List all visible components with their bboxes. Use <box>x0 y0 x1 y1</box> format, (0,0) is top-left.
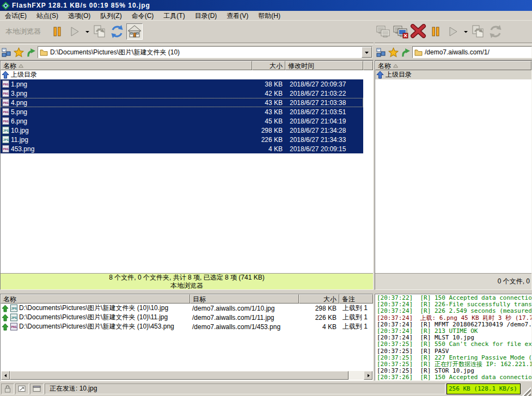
pause-button[interactable] <box>427 23 444 40</box>
parent-directory-row[interactable]: 上级目录 <box>1 70 373 79</box>
menu-item-1[interactable]: 站点(S) <box>32 11 63 21</box>
sort-asc-icon <box>393 64 398 68</box>
folder-up-icon <box>376 71 384 79</box>
local-status-summary: 8 个文件, 0 个文件夹, 共计 8 项, 已选定 8 项 (741 KB) <box>109 274 264 282</box>
resume-dropdown[interactable] <box>84 23 90 40</box>
scroll-left-button[interactable] <box>1 371 10 380</box>
local-tree-button[interactable] <box>0 46 13 59</box>
scroll-right-button[interactable] <box>364 371 372 380</box>
queue-column-size[interactable]: 大小 <box>299 294 339 304</box>
scrollbar-track[interactable] <box>348 371 364 380</box>
local-path-dropdown[interactable] <box>362 47 372 58</box>
file-row-453.png[interactable]: PNG453.png4 KB2018/6/27 20:09:15 <box>1 144 373 153</box>
svg-text:PNG: PNG <box>3 83 9 86</box>
file-png-icon: PNG <box>10 323 18 331</box>
remote-up-button[interactable] <box>400 46 412 59</box>
log-line: [20:37:24] [R] 213 UTIME OK <box>377 328 531 335</box>
remote-tree-button[interactable] <box>375 46 387 59</box>
refresh-button[interactable] <box>109 23 125 40</box>
column-header-name[interactable]: 名称 <box>1 61 252 70</box>
file-name: 4.png <box>11 99 27 107</box>
file-modified: 2018/6/27 20:09:15 <box>285 145 363 153</box>
file-modified: 2018/6/27 21:34:33 <box>285 136 363 144</box>
upload-arrow-icon <box>2 314 9 321</box>
local-up-button[interactable] <box>25 46 38 59</box>
svg-text:JPG: JPG <box>11 316 17 319</box>
local-address-row: D:\Documents\Pictures\图片\新建文件夹 (10) <box>0 45 374 60</box>
queue-source-path: D:\Documents\Pictures\图片\新建文件夹 (10)\453.… <box>19 322 174 331</box>
file-size: 38 KB <box>252 81 285 88</box>
menu-item-3[interactable]: 队列(Z) <box>95 11 126 21</box>
transfer-status-cell: 正在发送: 10.jpg <box>45 383 445 394</box>
column-header-size[interactable]: 大小 <box>252 61 285 70</box>
menu-item-5[interactable]: 工具(T) <box>158 11 189 21</box>
scrollbar-thumb[interactable] <box>10 371 348 380</box>
file-size: 43 KB <box>252 99 285 107</box>
file-row-10.jpg[interactable]: JPG10.jpg298 KB2018/6/27 21:34:28 <box>1 126 373 135</box>
window-status-cell <box>30 383 44 394</box>
remote-favorites-button[interactable] <box>387 46 400 59</box>
connect-button <box>375 23 392 40</box>
remote-list-header: 名称 <box>375 61 531 70</box>
file-row-3.png[interactable]: PNG3.png42 KB2018/6/27 21:03:22 <box>1 89 373 98</box>
log-line: [20:37:24] 上载: 6.png 45 KB 耗时 3 秒 (17.7 … <box>377 315 531 321</box>
menu-item-6[interactable]: 目录(D) <box>190 11 222 21</box>
column-header-name[interactable]: 名称 <box>375 61 531 70</box>
svg-text:JPG: JPG <box>3 129 9 132</box>
resume-dropdown[interactable] <box>462 23 469 40</box>
queue-horizontal-scrollbar[interactable] <box>1 371 372 380</box>
file-modified: 2018/6/27 20:09:37 <box>285 81 363 88</box>
queue-pane: 名称 目标 大小 备注 JPGD:\Documents\Pictures\图片\… <box>0 294 374 381</box>
remote-file-list: 上级目录 <box>375 70 531 79</box>
file-size: 43 KB <box>252 108 285 116</box>
queue-source-path: D:\Documents\Pictures\图片\新建文件夹 (10)\11.j… <box>19 313 168 322</box>
pause-button[interactable] <box>49 23 65 40</box>
sync-gray-icon <box>488 24 503 39</box>
menu-item-7[interactable]: 查看(V) <box>222 11 253 21</box>
menu-item-8[interactable]: 帮助(H) <box>253 11 285 21</box>
file-row-6.png[interactable]: PNG6.png45 KB2018/6/27 21:04:19 <box>1 116 373 126</box>
horizontal-splitter[interactable] <box>0 290 532 294</box>
file-row-1.png[interactable]: PNG1.png38 KB2018/6/27 20:09:37 <box>1 79 373 89</box>
padlock-icon <box>3 385 12 393</box>
menu-item-2[interactable]: 选项(O) <box>63 11 95 21</box>
abort-button[interactable] <box>410 23 426 40</box>
queue-target-path: /demo7.aiwalls.com/1/10.jpg <box>190 305 299 312</box>
sync-blue-icon <box>110 24 124 39</box>
transfer-disabled-icon <box>470 24 486 39</box>
menu-item-4[interactable]: 命令(C) <box>127 11 159 21</box>
log-line: [20:37:25] [R] 正在打开数据连接 IP: 162.221.188. <box>377 361 531 368</box>
menu-item-0[interactable]: 会话(E) <box>0 11 32 21</box>
svg-text:PNG: PNG <box>3 120 9 123</box>
file-row-11.jpg[interactable]: JPG11.jpg226 KB2018/6/27 21:34:33 <box>1 135 373 144</box>
file-row-4.png[interactable]: PNG4.png43 KB2018/6/27 21:03:38 <box>1 98 373 107</box>
file-png-icon: PNG <box>2 145 10 153</box>
disconnect-button[interactable] <box>393 23 409 40</box>
queue-column-target[interactable]: 目标 <box>190 294 299 304</box>
arrow-left-icon <box>4 374 8 378</box>
queue-column-name[interactable]: 名称 <box>1 294 190 304</box>
status-bar: 正在发送: 10.jpg 256 KB (128.1 KB/s) <box>0 381 532 396</box>
file-size: 42 KB <box>252 90 285 97</box>
queue-column-note[interactable]: 备注 <box>339 294 373 304</box>
svg-text:JPG: JPG <box>3 138 9 141</box>
local-favorites-button[interactable] <box>13 46 25 59</box>
queue-row[interactable]: JPGD:\Documents\Pictures\图片\新建文件夹 (10)\1… <box>1 313 373 322</box>
tree-icon <box>376 48 386 57</box>
home-button[interactable] <box>126 23 143 40</box>
queue-row[interactable]: PNGD:\Documents\Pictures\图片\新建文件夹 (10)\4… <box>1 322 373 331</box>
folder-icon <box>414 49 423 56</box>
local-path-combobox[interactable]: D:\Documents\Pictures\图片\新建文件夹 (10) <box>38 46 372 58</box>
local-status-bar: 8 个文件, 0 个文件夹, 共计 8 项, 已选定 8 项 (741 KB) … <box>1 273 373 289</box>
queue-row[interactable]: JPGD:\Documents\Pictures\图片\新建文件夹 (10)\1… <box>1 304 373 313</box>
log-line: [20:37:24] [R] MFMT 20180627130419 /demo… <box>377 321 531 328</box>
parent-directory-row[interactable]: 上级目录 <box>375 70 531 79</box>
log-line: [20:37:26] [R] 150 Accepted data connect… <box>377 374 531 381</box>
resize-grip[interactable] <box>522 387 531 396</box>
local-file-pane: 名称 大小 修改时间 上级目录 PNG1.png38 KB2018/6/27 2… <box>0 60 374 290</box>
folder-icon <box>40 49 48 56</box>
remote-path-combobox[interactable]: /demo7.aiwalls.com/1/ <box>412 46 532 58</box>
log-line: [20:37:25] [R] 550 Can't check for file … <box>377 341 531 348</box>
file-row-5.png[interactable]: PNG5.png43 KB2018/6/27 21:03:51 <box>1 107 373 116</box>
column-header-modified[interactable]: 修改时间 <box>285 61 363 70</box>
